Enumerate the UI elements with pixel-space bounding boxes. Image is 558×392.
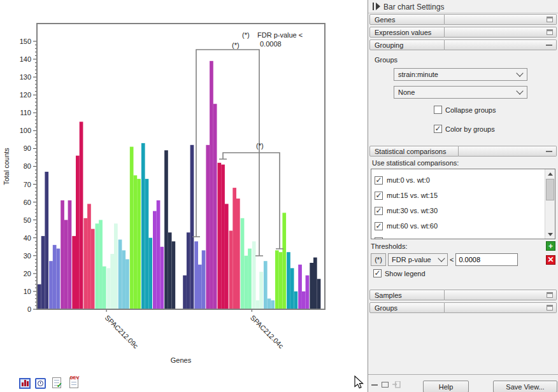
detach-window-icon[interactable] — [547, 17, 553, 22]
expand-all-icon[interactable] — [382, 382, 389, 388]
bar — [122, 250, 125, 309]
dock-view-icon[interactable] — [392, 381, 401, 388]
comparison-item[interactable]: ✓mut:60 vs. wt:60 — [371, 218, 555, 234]
chevron-down-icon — [438, 255, 445, 262]
legend-text: 0.0008 — [260, 40, 282, 48]
check-glyph: ✓ — [57, 381, 62, 389]
show-legend-checkbox[interactable]: ✓ — [373, 269, 382, 277]
comparison-label: mut:15 vs. wt:15 — [387, 192, 438, 199]
detach-window-icon[interactable] — [547, 29, 553, 35]
bar — [225, 204, 229, 309]
comparison-checkbox[interactable]: ✓ — [375, 192, 383, 200]
view-switcher-toolbar: ✓ DEV — [2, 376, 80, 389]
secondary-group-dropdown[interactable]: None — [394, 86, 527, 99]
section-stats-strip — [459, 146, 557, 157]
bar-chart-view: SPAC212.09cSPAC212.04c010203040506070809… — [0, 0, 368, 392]
bar — [306, 276, 310, 309]
report-view-icon[interactable]: ✓ — [50, 376, 63, 389]
significance-marker: (*) — [256, 142, 264, 150]
save-view-button[interactable]: Save View... — [493, 381, 557, 392]
comparison-item[interactable]: ✓mut:120 vs. wt:120 — [371, 234, 555, 239]
section-samples[interactable]: Samples — [369, 290, 557, 300]
bar — [244, 256, 248, 309]
settings-sidebar: Bar chart Settings Genes Expression valu… — [368, 0, 558, 392]
bar — [61, 200, 64, 309]
bar — [198, 265, 202, 309]
y-axis-tick-label: 140 — [20, 55, 31, 63]
section-grouping[interactable]: Grouping — [369, 39, 557, 50]
bar — [41, 236, 45, 309]
dev-label: DEV — [70, 375, 79, 380]
scroll-up-icon[interactable] — [545, 169, 555, 178]
scrollbar[interactable] — [545, 169, 555, 239]
significance-marker: (*) — [232, 41, 240, 49]
scrollbar-thumb[interactable] — [546, 179, 554, 200]
history-view-icon[interactable] — [35, 378, 46, 389]
application-window: SPAC212.09cSPAC212.04c010203040506070809… — [0, 0, 558, 392]
bar-chart-canvas: SPAC212.09cSPAC212.04c010203040506070809… — [0, 0, 368, 392]
bar-chart-view-icon[interactable] — [19, 378, 31, 389]
y-axis-tick-label: 100 — [20, 127, 31, 134]
collapse-groups-label: Collapse groups — [445, 106, 496, 114]
remove-threshold-button[interactable]: ✕ — [546, 255, 555, 265]
bar — [190, 145, 194, 309]
add-threshold-button[interactable]: + — [546, 241, 555, 251]
bar — [141, 143, 145, 309]
comparison-checkbox[interactable]: ✓ — [375, 222, 383, 230]
bar — [187, 232, 190, 309]
threshold-metric-dropdown[interactable]: FDR p-value — [388, 253, 448, 266]
collapse-section-icon[interactable] — [546, 45, 552, 46]
bar — [202, 250, 206, 309]
scroll-down-icon[interactable] — [545, 230, 555, 239]
sidebar-toggle-icon[interactable] — [373, 3, 382, 10]
bar — [213, 104, 217, 309]
bar — [294, 291, 298, 309]
section-expression-values[interactable]: Expression values — [369, 27, 557, 38]
section-expression-label: Expression values — [369, 27, 445, 38]
table-view-icon[interactable] — [2, 376, 15, 389]
detach-window-icon[interactable] — [547, 292, 553, 298]
bar — [53, 245, 57, 309]
collapse-all-icon[interactable] — [371, 384, 378, 386]
bar — [287, 252, 290, 309]
comparison-item[interactable]: ✓mut:30 vs. wt:30 — [371, 203, 555, 218]
bar — [252, 241, 256, 309]
section-expression-strip — [445, 27, 557, 38]
section-groups-strip — [445, 302, 557, 313]
secondary-group-value: None — [398, 88, 415, 96]
color-by-groups-checkbox[interactable]: ✓ — [434, 125, 442, 133]
comparison-checkbox[interactable]: ✓ — [375, 176, 383, 185]
y-axis-tick-label: 0 — [27, 305, 31, 313]
y-axis-tick-label: 120 — [20, 91, 31, 99]
comparison-label: mut:60 vs. wt:60 — [387, 222, 438, 230]
bar — [99, 220, 103, 309]
bar — [172, 241, 176, 309]
detach-window-icon[interactable] — [547, 305, 553, 311]
comparison-item[interactable]: ✓mut:15 vs. wt:15 — [371, 188, 555, 203]
bar — [232, 188, 236, 309]
bar — [38, 284, 41, 309]
threshold-value-input[interactable] — [455, 253, 518, 266]
significance-bracket — [219, 153, 283, 249]
sidebar-header: Bar chart Settings — [368, 0, 558, 13]
collapse-section-icon[interactable] — [546, 151, 552, 152]
section-statistical-comparisons[interactable]: Statistical comparisons — [369, 146, 557, 157]
comparison-item[interactable]: ✓mut:0 vs. wt:0 — [371, 172, 555, 188]
bar — [279, 252, 283, 309]
bar — [264, 261, 268, 309]
collapse-groups-row: Collapse groups — [434, 106, 496, 114]
help-button[interactable]: Help — [423, 381, 469, 392]
comparison-checkbox[interactable]: ✓ — [375, 237, 383, 240]
section-genes-strip — [445, 14, 557, 25]
dev-info-view-icon[interactable]: DEV — [68, 376, 80, 389]
section-grouping-label: Grouping — [369, 39, 445, 50]
group-by-dropdown[interactable]: strain:minute — [394, 68, 527, 81]
bar — [236, 199, 240, 309]
sidebar-bottom-bar: Help Save View... — [368, 374, 558, 392]
bar — [64, 220, 68, 309]
collapse-groups-checkbox[interactable] — [434, 106, 442, 114]
threshold-operator: < — [450, 256, 454, 263]
comparison-checkbox[interactable]: ✓ — [375, 207, 383, 215]
section-genes[interactable]: Genes — [369, 14, 557, 25]
section-groups[interactable]: Groups — [369, 302, 557, 313]
